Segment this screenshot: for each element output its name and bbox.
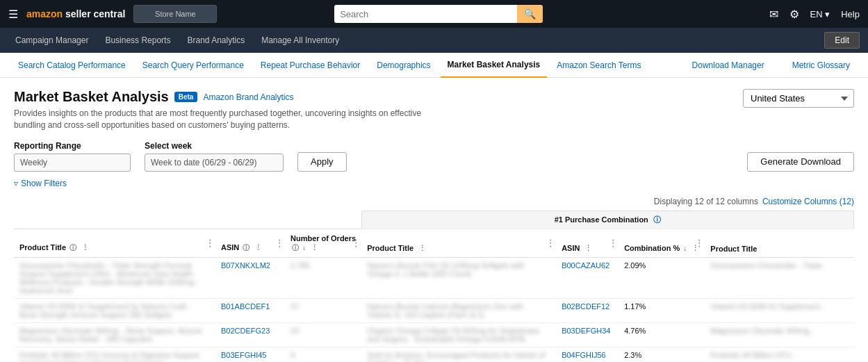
cell-orders: 2,789	[285, 257, 361, 298]
hamburger-icon[interactable]: ☰	[8, 8, 18, 21]
top-nav: ☰ amazon seller central Store Name 🔍 ✉ ⚙…	[0, 0, 868, 28]
resize-handle-6[interactable]: ⋮	[689, 244, 699, 252]
resize-handle-3[interactable]: ⋮	[308, 243, 318, 252]
second-nav-right: Edit	[824, 32, 860, 49]
purchase-combo-header: #1 Purchase Combination ⓘ	[361, 211, 853, 229]
show-filters[interactable]: ▿ Show Filters	[14, 179, 854, 188]
cell-asin-2[interactable]: B02BCDEF12	[556, 298, 619, 322]
filter-icon: ▿	[14, 179, 18, 188]
brand-analytics-link[interactable]: Brand Analytics	[180, 28, 252, 53]
resize-handle-2[interactable]: ⋮	[252, 243, 262, 252]
th-combination-pct: Combination % ↓ ⋮	[619, 229, 705, 257]
cell-orders: 24	[285, 322, 361, 347]
download-manager-link[interactable]: Download Manager	[685, 53, 771, 78]
search-input[interactable]	[334, 5, 517, 23]
info-icon[interactable]: ⓘ	[653, 215, 661, 224]
sort-combo-down[interactable]: ↓	[683, 245, 687, 252]
cell-asin-2[interactable]: B00CAZAU62	[556, 257, 619, 298]
data-table: #1 Purchase Combination ⓘ Product Title …	[14, 211, 854, 362]
cell-product-title-1: Vitamin D3 5000 IU Supplement by Natures…	[14, 298, 215, 322]
language-selector[interactable]: EN ▾	[810, 9, 830, 19]
cell-product-title-1: Magnesium Glycinate 400mg - Sleep Suppor…	[14, 322, 215, 347]
search-button[interactable]: 🔍	[517, 5, 543, 23]
sort-orders-down[interactable]: ↓	[302, 244, 306, 252]
page-content: Market Basket Analysis Beta Amazon Brand…	[0, 78, 868, 362]
page-title: Market Basket Analysis	[14, 89, 169, 105]
cell-orders: 37	[285, 298, 361, 322]
beta-badge: Beta	[174, 92, 198, 102]
tab-repeat-purchase[interactable]: Repeat Purchase Behavior	[254, 53, 367, 78]
cell-combo-pct: 4.76%	[619, 322, 705, 347]
second-nav: Campaign Manager Business Reports Brand …	[0, 28, 868, 53]
group-header-row: #1 Purchase Combination ⓘ	[14, 211, 854, 229]
page-subtitle: Provides insights on the products that a…	[14, 108, 431, 131]
cell-asin-1[interactable]: B02CDEFG23	[215, 322, 285, 347]
logo: amazon seller central	[26, 8, 125, 19]
info-icon-th1[interactable]: ⓘ	[69, 244, 76, 252]
select-week-group: Select week	[145, 141, 284, 172]
settings-icon[interactable]: ⚙	[789, 8, 799, 21]
cell-product-title-3: Vitamin D3 5000 IU Supplement...	[705, 298, 853, 322]
cell-asin-2[interactable]: B03DEFGH34	[556, 322, 619, 347]
table-header-row: Product Title ⓘ ⋮ ASIN ⓘ ⋮ Number of Ord…	[14, 229, 854, 257]
cell-asin-1[interactable]: B01ABCDEF1	[215, 298, 285, 322]
tab-search-query[interactable]: Search Query Performance	[136, 53, 251, 78]
th-product-title-2: Product Title ⋮	[361, 229, 556, 257]
cell-combo-pct: 2.09%	[619, 257, 705, 298]
cell-asin-1[interactable]: B07XNKXLM2	[215, 257, 285, 298]
th-asin-2: ASIN ⋮	[556, 229, 619, 257]
cell-combo-pct: 1.17%	[619, 298, 705, 322]
mail-icon[interactable]: ✉	[769, 8, 778, 21]
cell-orders: 9	[285, 347, 361, 362]
reporting-range-group: Reporting Range	[14, 141, 131, 172]
cell-product-title-2: Natures Bounty Calcium Magnesium Zinc wi…	[361, 298, 556, 322]
manage-all-inventory-link[interactable]: Manage All Inventory	[254, 28, 346, 53]
cell-product-title-2: Nature's Bounty Fish Oil 1200mg Softgels…	[361, 257, 556, 298]
table-body: Glucosamine Chondroitin - Triple Strengt…	[14, 257, 854, 362]
country-select[interactable]: United States Canada United Kingdom Germ…	[743, 89, 854, 108]
metric-glossary-link[interactable]: Metric Glossary	[785, 53, 857, 78]
store-name: Store Name	[155, 10, 196, 18]
empty-group-cell-1	[14, 211, 285, 229]
th-product-title-3: Product Title	[705, 229, 853, 257]
cell-product-title-1: Glucosamine Chondroitin - Triple Strengt…	[14, 257, 215, 298]
sub-nav-right: Download Manager Metric Glossary	[685, 53, 857, 78]
store-selector[interactable]: Store Name	[133, 5, 217, 23]
generate-download-button[interactable]: Generate Download	[747, 152, 854, 172]
cell-asin-1[interactable]: B03EFGHI45	[215, 347, 285, 362]
resize-handle-1[interactable]: ⋮	[79, 243, 89, 252]
th-number-of-orders: Number of Orders ⓘ ↓ ⋮	[285, 229, 361, 257]
info-icon-th3[interactable]: ⓘ	[292, 244, 299, 252]
reporting-range-label: Reporting Range	[14, 141, 131, 151]
info-icon-th2[interactable]: ⓘ	[243, 244, 249, 252]
table-info-row: Displaying 12 of 12 columns Customize Co…	[14, 197, 854, 206]
resize-handle-5[interactable]: ⋮	[582, 244, 592, 252]
customize-columns-link[interactable]: Customize Columns (12)	[762, 197, 854, 206]
table-row: Magnesium Glycinate 400mg - Sleep Suppor…	[14, 322, 854, 347]
th-product-title-1: Product Title ⓘ ⋮	[14, 229, 215, 257]
cell-product-title-2: Sold on Amazon. Encouraged Products for …	[361, 347, 556, 362]
table-row: Glucosamine Chondroitin - Triple Strengt…	[14, 257, 854, 298]
edit-button[interactable]: Edit	[824, 32, 860, 49]
orders-label: Number of Orders	[290, 233, 356, 243]
search-bar: 🔍	[334, 5, 543, 23]
table-row: Probiotic 40 Billion CFU Immune & Digest…	[14, 347, 854, 362]
select-week-input[interactable]	[145, 154, 284, 172]
tab-market-basket[interactable]: Market Basket Analysis	[441, 53, 548, 78]
show-filters-label: Show Filters	[21, 179, 67, 188]
campaign-manager-link[interactable]: Campaign Manager	[8, 28, 95, 53]
tab-amazon-search-terms[interactable]: Amazon Search Terms	[550, 53, 648, 78]
reporting-range-input[interactable]	[14, 154, 131, 172]
tab-search-catalog[interactable]: Search Catalog Performance	[11, 53, 133, 78]
cell-product-title-3: Magnesium Glycinate 400mg...	[705, 322, 853, 347]
resize-handle-4[interactable]: ⋮	[416, 244, 426, 252]
page-header-left: Market Basket Analysis Beta Amazon Brand…	[14, 89, 431, 131]
apply-button[interactable]: Apply	[297, 152, 347, 172]
business-reports-link[interactable]: Business Reports	[98, 28, 177, 53]
help-link[interactable]: Help	[841, 9, 860, 19]
cell-product-title-1: Probiotic 40 Billion CFU Immune & Digest…	[14, 347, 215, 362]
cell-product-title-3: Probiotic 40 Billion CFU...	[705, 347, 853, 362]
tab-demographics[interactable]: Demographics	[370, 53, 437, 78]
cell-asin-2[interactable]: B04FGHIJ56	[556, 347, 619, 362]
brand-analytics-label[interactable]: Amazon Brand Analytics	[203, 92, 293, 102]
